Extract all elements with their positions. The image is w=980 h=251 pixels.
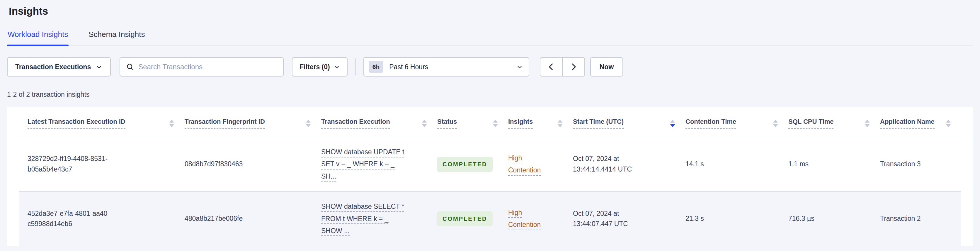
time-range-picker[interactable]: 6h Past 6 Hours <box>363 57 529 77</box>
results-count: 1-2 of 2 transaction insights <box>7 91 973 99</box>
cell-start-time: Oct 07, 2024 at 13:44:07.447 UTC <box>573 192 686 246</box>
sort-icon[interactable] <box>558 120 562 127</box>
col-header-transaction-execution[interactable]: Transaction Execution <box>321 107 437 137</box>
cell-start-time: Oct 07, 2024 at 13:44:14.4414 UTC <box>573 137 686 192</box>
cell-execution-id: 452da3e7-e7fa-4801-aa40-c59988d14eb6 <box>19 192 185 246</box>
sort-icon[interactable] <box>946 120 951 127</box>
sort-icon[interactable] <box>773 120 778 127</box>
cell-sql-cpu-time: 716.3 µs <box>788 192 880 246</box>
cell-fingerprint-id: 480a8b217be006fe <box>185 192 321 246</box>
time-range-label: Past 6 Hours <box>389 63 428 71</box>
cell-transaction-execution: SHOW database UPDATE t SET v = _ WHERE k… <box>321 137 437 192</box>
col-header-start-time[interactable]: Start Time (UTC) <box>573 107 686 137</box>
cell-insights: High Contention <box>508 137 573 192</box>
chevron-down-icon <box>516 64 523 70</box>
filters-button[interactable]: Filters (0) <box>292 57 348 77</box>
toolbar-divider <box>355 58 356 75</box>
time-range-nav <box>540 57 585 77</box>
search-icon <box>126 63 134 71</box>
toolbar: Transaction Executions Filters (0) 6h Pa… <box>7 57 973 77</box>
chevron-right-icon <box>569 62 578 71</box>
cell-sql-cpu-time: 1.1 ms <box>788 137 880 192</box>
tab-schema-insights[interactable]: Schema Insights <box>88 30 145 45</box>
sort-icon-active-desc[interactable] <box>670 120 675 127</box>
search-box <box>119 57 284 77</box>
insights-page: Insights Workload Insights Schema Insigh… <box>0 5 980 246</box>
time-range-badge: 6h <box>369 61 383 73</box>
cell-status: COMPLETED <box>437 192 508 246</box>
col-header-insights[interactable]: Insights <box>508 107 573 137</box>
filters-button-label: Filters (0) <box>299 63 330 71</box>
col-header-sql-cpu-time[interactable]: SQL CPU Time <box>788 107 880 137</box>
cell-transaction-execution: SHOW database SELECT * FROM t WHERE k = … <box>321 192 437 246</box>
sort-icon[interactable] <box>493 120 498 127</box>
transaction-execution-link[interactable]: SHOW database SELECT * FROM t WHERE k = … <box>321 201 409 237</box>
col-header-fingerprint-id[interactable]: Transaction Fingerprint ID <box>185 107 321 137</box>
sort-icon[interactable] <box>169 120 174 127</box>
insight-type-dropdown[interactable]: Transaction Executions <box>7 57 111 77</box>
sort-icon[interactable] <box>306 120 311 127</box>
cell-fingerprint-id: 08d8b7d97f830463 <box>185 137 321 192</box>
transaction-insights-table: Latest Transaction Execution ID Transact… <box>19 107 961 246</box>
previous-range-button[interactable] <box>540 57 563 77</box>
table-row: 328729d2-ff19-4408-8531-b05a5b4e43c7 08d… <box>19 137 961 192</box>
cell-status: COMPLETED <box>437 137 508 192</box>
next-range-button[interactable] <box>562 57 585 77</box>
col-header-application-name[interactable]: Application Name <box>880 107 961 137</box>
insight-type-dropdown-label: Transaction Executions <box>15 63 91 71</box>
tab-bar: Workload Insights Schema Insights <box>7 30 973 46</box>
cell-contention-time: 14.1 s <box>686 137 788 192</box>
cell-application-name: Transaction 3 <box>880 137 961 192</box>
insight-link[interactable]: High Contention <box>508 152 546 176</box>
table-header-row: Latest Transaction Execution ID Transact… <box>19 107 961 137</box>
table-row: 452da3e7-e7fa-4801-aa40-c59988d14eb6 480… <box>19 192 961 246</box>
page-title: Insights <box>9 5 973 17</box>
cell-application-name: Transaction 2 <box>880 192 961 246</box>
sort-icon[interactable] <box>865 120 870 127</box>
now-button[interactable]: Now <box>590 57 624 77</box>
transaction-execution-link[interactable]: SHOW database UPDATE t SET v = _ WHERE k… <box>321 146 409 182</box>
cell-contention-time: 21.3 s <box>686 192 788 246</box>
insight-link[interactable]: High Contention <box>508 207 546 231</box>
sort-icon[interactable] <box>422 120 427 127</box>
tab-workload-insights[interactable]: Workload Insights <box>7 30 68 45</box>
cell-execution-id: 328729d2-ff19-4408-8531-b05a5b4e43c7 <box>19 137 185 192</box>
insights-table-card: Latest Transaction Execution ID Transact… <box>7 107 973 246</box>
col-header-contention-time[interactable]: Contention Time <box>686 107 788 137</box>
cell-insights: High Contention <box>508 192 573 246</box>
col-header-latest-execution-id[interactable]: Latest Transaction Execution ID <box>19 107 185 137</box>
chevron-down-icon <box>95 63 103 70</box>
chevron-down-icon <box>334 64 340 70</box>
search-input[interactable] <box>138 63 277 71</box>
chevron-left-icon <box>547 62 556 71</box>
col-header-status[interactable]: Status <box>437 107 508 137</box>
status-badge: COMPLETED <box>437 211 493 226</box>
status-badge: COMPLETED <box>437 157 493 172</box>
